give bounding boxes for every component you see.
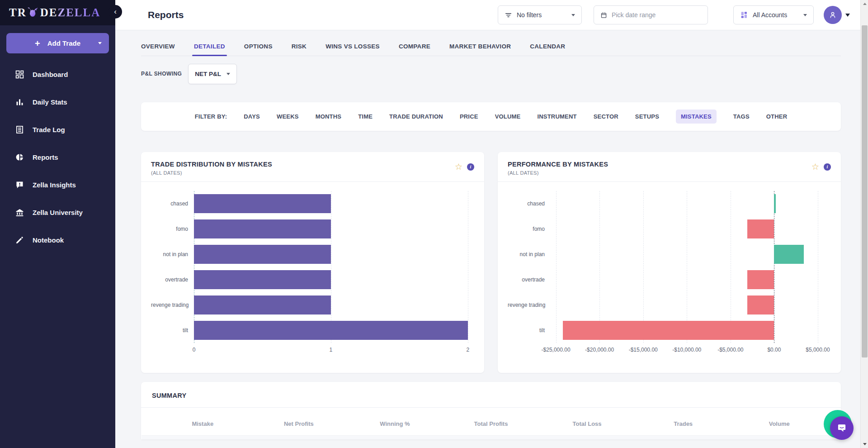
summary-column-trades: Trades bbox=[635, 420, 731, 427]
chart-card-header: TRADE DISTRIBUTION BY MISTAKES (ALL DATE… bbox=[141, 152, 484, 182]
date-range-input[interactable] bbox=[612, 11, 701, 19]
x-axis-ticks: 012 bbox=[194, 343, 473, 357]
sidebar-item-zella-university[interactable]: Zella University bbox=[0, 199, 115, 226]
bar-chased[interactable] bbox=[774, 194, 776, 213]
chevron-down-icon bbox=[98, 42, 102, 44]
summary-column-net-profits: Net Profits bbox=[251, 420, 347, 427]
bar-fomo[interactable] bbox=[747, 219, 774, 238]
filter-item-tags[interactable]: TAGS bbox=[733, 113, 750, 120]
filter-item-other[interactable]: OTHER bbox=[766, 113, 788, 120]
scroll-up-arrow[interactable] bbox=[861, 0, 868, 8]
pie-chart-icon bbox=[14, 153, 24, 162]
tab-detailed[interactable]: DETAILED bbox=[194, 43, 225, 56]
trade-distribution-chart: chasedfomonot in planovertraderevenge tr… bbox=[141, 182, 484, 373]
bull-icon bbox=[27, 7, 40, 19]
x-tick-label: -$20,000.00 bbox=[585, 347, 614, 353]
sidebar-item-label: Dashboard bbox=[33, 71, 68, 78]
filter-item-volume[interactable]: VOLUME bbox=[495, 113, 521, 120]
bar-revenge-trading[interactable] bbox=[194, 295, 331, 315]
filter-item-days[interactable]: DAYS bbox=[244, 113, 260, 120]
bar-overtrade[interactable] bbox=[747, 270, 774, 289]
tab-compare[interactable]: COMPARE bbox=[399, 43, 430, 56]
category-label: chased bbox=[151, 200, 194, 207]
category-label: chased bbox=[508, 200, 551, 207]
sidebar-item-zella-insights[interactable]: Zella Insights bbox=[0, 171, 115, 199]
accounts-select[interactable]: All Accounts bbox=[733, 5, 814, 24]
scrollbar[interactable] bbox=[860, 0, 868, 448]
accounts-grid-icon bbox=[740, 11, 748, 19]
chart-row-overtrade: overtrade bbox=[151, 267, 473, 292]
chat-launcher-button[interactable] bbox=[824, 410, 859, 445]
sidebar-collapse-button[interactable]: ‹ bbox=[108, 5, 122, 19]
logo-bar: TR DEZELLA bbox=[0, 0, 115, 25]
tab-overview[interactable]: OVERVIEW bbox=[141, 43, 175, 56]
info-icon[interactable]: i bbox=[467, 163, 474, 171]
chat-bubble-icon bbox=[830, 416, 854, 440]
category-label: overtrade bbox=[508, 276, 551, 283]
favorite-star-icon[interactable]: ☆ bbox=[811, 162, 819, 171]
category-label: not in plan bbox=[508, 251, 551, 257]
chart-title: PERFORMANCE BY MISTAKES bbox=[508, 161, 811, 168]
tab-market-behavior[interactable]: MARKET BEHAVIOR bbox=[449, 43, 511, 56]
x-axis-ticks: -$25,000.00-$20,000.00-$15,000.00-$10,00… bbox=[551, 343, 830, 357]
table-row[interactable] bbox=[142, 435, 840, 439]
filters-select[interactable]: No filters bbox=[498, 5, 582, 24]
bar-revenge-trading[interactable] bbox=[747, 295, 774, 315]
sidebar-item-notebook[interactable]: Notebook bbox=[0, 226, 115, 254]
chart-row-not-in-plan: not in plan bbox=[151, 242, 473, 267]
filter-item-instrument[interactable]: INSTRUMENT bbox=[537, 113, 576, 120]
x-tick-label: 2 bbox=[467, 347, 470, 353]
page-title: Reports bbox=[148, 10, 184, 20]
sidebar-item-label: Zella Insights bbox=[33, 181, 76, 189]
bar-tilt[interactable] bbox=[563, 321, 774, 340]
sidebar-item-reports[interactable]: Reports bbox=[0, 143, 115, 171]
user-menu[interactable] bbox=[824, 6, 850, 24]
filter-item-sector[interactable]: SECTOR bbox=[594, 113, 618, 120]
bar-tilt[interactable] bbox=[194, 321, 468, 340]
bar-not-in-plan[interactable] bbox=[774, 245, 804, 264]
filter-item-mistakes[interactable]: MISTAKES bbox=[676, 110, 717, 124]
category-label: tilt bbox=[151, 327, 194, 334]
chart-card-header: PERFORMANCE BY MISTAKES (ALL DATES) ☆ i bbox=[498, 152, 841, 182]
content-area: OVERVIEWDETAILEDOPTIONSRISKWINS VS LOSSE… bbox=[115, 30, 868, 448]
filter-item-months[interactable]: MONTHS bbox=[316, 113, 342, 120]
x-tick-label: 0 bbox=[193, 347, 196, 353]
bar-fomo[interactable] bbox=[194, 219, 331, 238]
bar-chased[interactable] bbox=[194, 194, 331, 213]
filter-item-price[interactable]: PRICE bbox=[460, 113, 478, 120]
pnl-type-select[interactable]: NET P&L bbox=[188, 64, 237, 84]
scroll-down-arrow[interactable] bbox=[861, 440, 868, 448]
sidebar-item-trade-log[interactable]: Trade Log bbox=[0, 116, 115, 143]
tab-options[interactable]: OPTIONS bbox=[244, 43, 273, 56]
bar-not-in-plan[interactable] bbox=[194, 245, 331, 264]
avatar[interactable] bbox=[824, 6, 842, 24]
logo-text-prefix: TR bbox=[9, 6, 27, 19]
category-label: fomo bbox=[508, 226, 551, 232]
bar-overtrade[interactable] bbox=[194, 270, 331, 289]
sidebar-item-dashboard[interactable]: Dashboard bbox=[0, 61, 115, 88]
performance-card: PERFORMANCE BY MISTAKES (ALL DATES) ☆ i … bbox=[498, 152, 841, 373]
summary-column-total-profits: Total Profits bbox=[443, 420, 539, 427]
summary-title: SUMMARY bbox=[152, 392, 186, 399]
filter-item-setups[interactable]: SETUPS bbox=[635, 113, 659, 120]
sidebar-item-daily-stats[interactable]: Daily Stats bbox=[0, 88, 115, 116]
chart-row-not-in-plan: not in plan bbox=[508, 242, 830, 267]
filter-item-trade-duration[interactable]: TRADE DURATION bbox=[389, 113, 443, 120]
tab-calendar[interactable]: CALENDAR bbox=[530, 43, 565, 56]
add-trade-button[interactable]: + Add Trade bbox=[6, 33, 109, 53]
scrollbar-thumb[interactable] bbox=[862, 25, 868, 357]
tradezella-logo[interactable]: TR DEZELLA bbox=[9, 6, 100, 19]
sidebar-item-label: Notebook bbox=[33, 236, 64, 244]
filter-item-weeks[interactable]: WEEKS bbox=[277, 113, 299, 120]
info-icon[interactable]: i bbox=[824, 163, 831, 171]
chevron-down-icon bbox=[571, 14, 575, 16]
performance-chart: chasedfomonot in planovertraderevenge tr… bbox=[498, 182, 841, 373]
filter-item-time[interactable]: TIME bbox=[358, 113, 373, 120]
category-label: fomo bbox=[151, 226, 194, 232]
favorite-star-icon[interactable]: ☆ bbox=[455, 162, 462, 171]
tab-risk[interactable]: RISK bbox=[292, 43, 307, 56]
person-icon bbox=[828, 10, 837, 19]
date-range-picker[interactable] bbox=[594, 5, 708, 24]
filter-by-label: FILTER BY: bbox=[195, 113, 227, 120]
tab-wins-vs-losses[interactable]: WINS VS LOSSES bbox=[326, 43, 380, 56]
